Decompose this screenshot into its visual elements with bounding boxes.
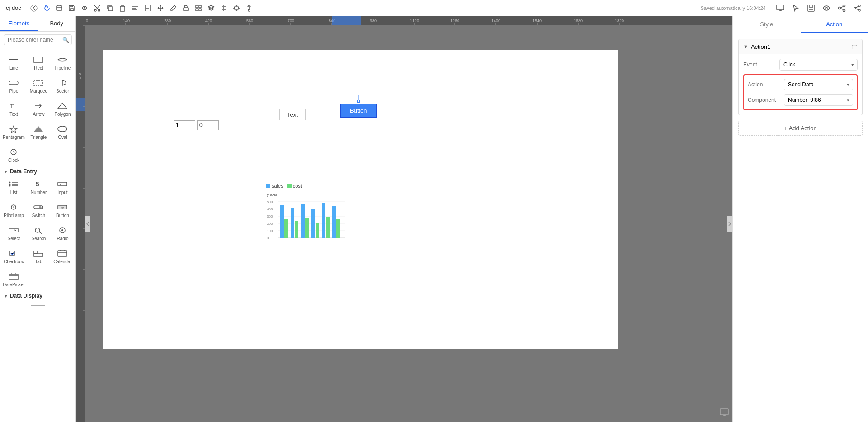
svg-text:May: May [321,239,328,240]
toolbar-icon-pen[interactable] [169,4,178,13]
selection-handle-top [357,100,360,103]
element-input[interactable]: Input [52,176,74,198]
toolbar-icon-align[interactable] [131,4,140,13]
svg-marker-30 [58,103,67,109]
svg-rect-57 [34,253,43,256]
toolbar-cursor-icon[interactable] [789,2,802,14]
toolbar-screen-icon[interactable] [774,2,787,14]
toolbar-save-icon[interactable] [805,2,817,14]
svg-point-22 [859,5,860,7]
rect-icon [32,55,45,65]
element-arrow[interactable]: Arrow [28,98,50,119]
element-sector[interactable]: Sector [52,75,74,96]
element-pipeline[interactable]: Pipeline [52,52,74,73]
toolbar-icon-move[interactable] [156,4,165,13]
toolbar-icon-redo[interactable] [42,4,51,13]
svg-text:200: 200 [267,222,273,226]
toolbar-share-icon[interactable] [851,2,863,14]
svg-point-40 [9,185,11,187]
canvas-right-toggle[interactable] [727,216,732,232]
action-event-row: Event Click Change Focus Blur ▾ [739,54,862,72]
element-polygon[interactable]: Polygon [52,98,74,119]
element-button[interactable]: Btn Button [52,199,74,221]
basic-elements-grid: Line Rect Pipeline [2,52,74,166]
data-entry-section-header[interactable]: ▼ Data Entry [2,166,74,176]
svg-rect-129 [316,223,319,238]
canvas-viewport[interactable]: Text Button [85,25,732,422]
canvas-button-element[interactable]: Button [340,104,377,118]
element-list[interactable]: List [2,176,26,198]
toolbar-icon-1[interactable] [29,4,38,13]
input-icon [56,179,69,189]
toolbar-icon-pen2[interactable] [245,4,254,13]
element-calendar[interactable]: Calendar [52,246,74,267]
element-oval[interactable]: Oval [52,121,74,142]
element-number[interactable]: 5 Number [28,176,50,198]
component-select-wrap: Number_9f86 ▾ [784,94,853,106]
canvas-white-area: Text Button [103,50,618,349]
number-input-2[interactable] [197,120,219,130]
element-marquee[interactable]: Marquee [28,75,50,96]
svg-text:700: 700 [288,19,294,23]
element-triangle[interactable]: Triangle [28,121,50,142]
element-datepicker[interactable]: DatePicker [2,269,26,290]
event-select[interactable]: Click Change Focus Blur [779,59,858,71]
toolbar-icon-copy[interactable] [105,4,114,13]
toolbar-icon-paste[interactable] [118,4,127,13]
element-arrow-label: Arrow [33,112,44,117]
svg-rect-1 [57,6,62,10]
element-select[interactable]: Select [2,223,26,244]
toolbar-eye-icon[interactable] [820,2,833,14]
action-delete-btn[interactable]: 🗑 [851,43,858,50]
element-text[interactable]: T Text [2,98,26,119]
svg-rect-99 [76,98,85,111]
element-pilotlamp[interactable]: PilotLamp [2,199,26,221]
canvas-left-toggle[interactable] [85,216,90,232]
svg-rect-141 [720,409,728,415]
toolbar-icon-preview[interactable] [80,4,89,13]
data-display-label: Data Display [10,293,42,299]
add-action-button[interactable]: + Add Action [738,121,863,136]
toolbar-icon-layers[interactable] [207,4,216,13]
toolbar-icon-group[interactable] [194,4,203,13]
tab-icon [32,248,45,258]
sidebar-search-container: 🔍 [0,32,75,48]
svg-rect-16 [777,5,784,10]
action-select[interactable]: Send Data Set Value Open URL Show/Hide [784,79,853,90]
tab-body[interactable]: Body [38,16,76,31]
toolbar-icon-cut[interactable] [93,4,102,13]
svg-text:1680: 1680 [574,19,583,23]
toolbar-icon-crosshair[interactable] [232,4,241,13]
toolbar-icon-distribute[interactable] [143,4,152,13]
number-input-1[interactable] [174,120,195,130]
toolbar-connect-icon[interactable] [835,2,848,14]
element-pentagram[interactable]: Pentagram [2,121,26,142]
action-title: Action1 [751,43,851,50]
search-input[interactable] [4,34,72,45]
element-pipe[interactable]: Pipe [2,75,26,96]
svg-rect-51 [9,228,18,232]
element-checkbox[interactable]: Checkbox [2,246,26,267]
element-radio-label: Radio [57,236,68,241]
element-tab[interactable]: Tab [28,246,50,267]
element-search[interactable]: Search [28,223,50,244]
svg-text:0: 0 [86,19,88,23]
tab-elements[interactable]: Elemets [0,16,38,31]
toolbar-icon-flip[interactable] [219,4,228,13]
element-clock[interactable]: Clock [2,144,26,166]
toolbar-icon-open[interactable] [55,4,64,13]
svg-point-23 [854,7,856,9]
tab-style[interactable]: Style [733,16,801,33]
right-panel: Style Action ▼ Action1 🗑 Event Cl [732,16,868,422]
tab-action[interactable]: Action [801,16,868,33]
element-radio[interactable]: Radio [52,223,74,244]
element-line[interactable]: Line [2,52,26,73]
svg-text:1400: 1400 [491,19,500,23]
component-select[interactable]: Number_9f86 [784,94,853,106]
svg-rect-63 [9,274,18,280]
toolbar-icon-lock[interactable] [181,4,190,13]
toolbar-icon-save[interactable] [67,4,76,13]
element-rect[interactable]: Rect [28,52,50,73]
data-display-section-header[interactable]: ▼ Data Display [2,290,74,301]
element-switch[interactable]: Switch [28,199,50,221]
